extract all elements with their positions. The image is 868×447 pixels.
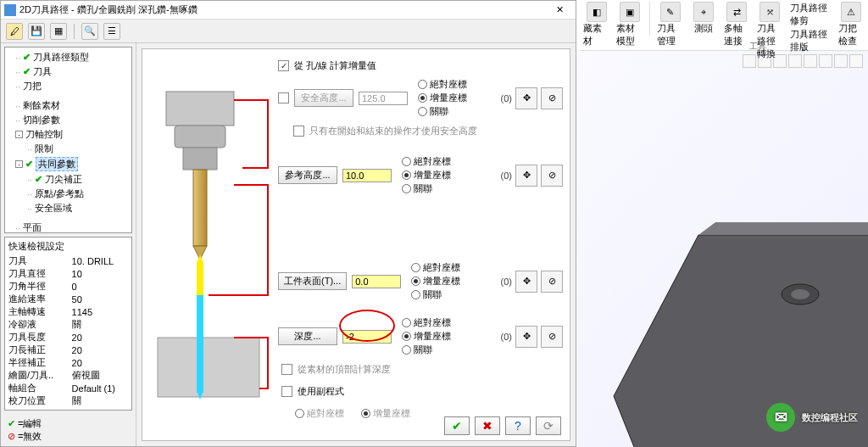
legend: ✔ =編輯 ⊘ =無效	[1, 414, 136, 446]
pick-depth-1[interactable]: ✥	[515, 326, 537, 348]
r-surf-abs[interactable]: 絕對座標	[411, 261, 460, 274]
chk-use-sub[interactable]	[281, 386, 292, 397]
pick-surf-2[interactable]: ⊘	[541, 271, 563, 293]
r-surf-inc[interactable]: 增量座標	[411, 275, 460, 288]
chk-depth-from-top[interactable]	[281, 364, 292, 375]
vt-6[interactable]	[819, 54, 832, 68]
svg-rect-10	[158, 338, 259, 397]
nav-tree[interactable]: ··✔刀具路徑類型··✔刀具··刀把··剩餘素材··切削參數-刀軸控制··限制-…	[4, 47, 132, 233]
r-surf-assoc[interactable]: 關聯	[411, 288, 460, 301]
r-ref-abs[interactable]: 絕對座標	[402, 155, 451, 168]
tree-item[interactable]: ··✔刀尖補正	[15, 172, 130, 187]
tb-opts-icon[interactable]: ☰	[103, 23, 120, 40]
tree-item[interactable]: ··剩餘素材	[15, 98, 130, 113]
btn-depth[interactable]: 深度...	[278, 327, 337, 345]
ribbon-multiaxis[interactable]: ⇄多軸連接	[724, 2, 750, 47]
pick-safe-2[interactable]: ⊘	[541, 87, 563, 109]
tree-item[interactable]: ··刀把	[15, 79, 130, 93]
vt-5[interactable]	[804, 54, 817, 68]
pick-safe-1[interactable]: ✥	[515, 87, 537, 109]
qv-label: 刀具直徑	[8, 267, 65, 280]
vt-8[interactable]	[849, 54, 863, 68]
r-ref-inc[interactable]: 增量座標	[402, 169, 451, 182]
qv-value: 俯視圖	[65, 369, 128, 382]
r-safe-assoc[interactable]: 關聯	[418, 105, 467, 118]
vt-4[interactable]	[788, 54, 802, 68]
tb-tool-icon[interactable]: 🖊	[6, 23, 23, 40]
chk-safe-height[interactable]	[278, 92, 289, 103]
r-depth-assoc[interactable]: 關聯	[402, 344, 451, 356]
regen-button[interactable]: ⟳	[536, 416, 561, 435]
r-safe-abs[interactable]: 絕對座標	[418, 78, 467, 91]
val-top-stock[interactable]: 0.0	[352, 275, 401, 288]
qv-value: 0	[65, 280, 128, 293]
val-safe-height[interactable]: 125.0	[359, 92, 408, 105]
r-safe-inc[interactable]: 增量座標	[418, 92, 467, 104]
val-ref-height[interactable]: 10.0	[342, 169, 392, 182]
svg-marker-1	[698, 222, 868, 235]
qv-value: 10	[65, 267, 128, 280]
qv-label: 主軸轉速	[8, 305, 65, 318]
pick-ref-2[interactable]: ⊘	[541, 165, 563, 187]
tree-item[interactable]: ··原點/參考點	[15, 187, 130, 201]
qv-label: 軸組合	[8, 382, 65, 394]
pick-surf-1[interactable]: ✥	[515, 271, 537, 293]
ribbon-tool-mgr[interactable]: ✎刀具管理	[657, 2, 683, 47]
btn-top-stock[interactable]: 工件表面(T)...	[278, 272, 347, 290]
tree-item[interactable]: ··限制	[15, 142, 130, 156]
qv-value: 20	[65, 344, 128, 356]
toolpath-dialog: 2D刀具路徑 - 鑽孔/全圓銑削 深孔鑽-無啄鑽 ✕ 🖊 💾 ▦ 🔍 ☰ ··✔…	[0, 0, 576, 447]
vt-1[interactable]	[743, 54, 756, 68]
viewport-3d[interactable]	[546, 51, 868, 447]
tree-item[interactable]: -✔共同參數	[15, 156, 130, 172]
qv-label: 校刀位置	[8, 394, 65, 407]
watermark: ✉ 数控编程社区	[766, 403, 858, 432]
qv-label: 刀具長度	[8, 331, 65, 344]
dialog-toolbar: 🖊 💾 ▦ 🔍 ☰	[1, 20, 576, 43]
chk-calc-from-hole[interactable]	[278, 60, 289, 71]
params-panel: 從 孔/線 計算增量值 安全高度... 125.0 絕對座標 增量座標 關聯 (	[142, 48, 570, 441]
btn-safe-height[interactable]: 安全高度...	[294, 89, 353, 107]
vt-7[interactable]	[834, 54, 848, 68]
val-depth[interactable]: -2	[342, 330, 392, 344]
ok-button[interactable]: ✔	[444, 416, 470, 435]
qv-label: 進給速率	[8, 293, 65, 305]
qv-value: 關	[65, 394, 128, 407]
qv-value: 關	[65, 318, 128, 331]
svg-rect-6	[175, 126, 225, 148]
qv-label: 繪圖/刀具..	[8, 369, 65, 382]
tree-item[interactable]: ··✔刀具路徑類型	[15, 50, 130, 64]
ribbon-stock-model[interactable]: ▣素材模型	[616, 2, 643, 47]
tree-item[interactable]: -刀軸控制	[15, 127, 130, 142]
pick-ref-1[interactable]: ✥	[515, 165, 537, 187]
ribbon-holder-check[interactable]: ⚠刀把檢查	[838, 2, 865, 47]
qv-value: 50	[65, 293, 128, 305]
cancel-button[interactable]: ✖	[475, 416, 500, 435]
svg-rect-8	[193, 170, 207, 246]
r-ref-assoc[interactable]: 關聯	[402, 182, 451, 195]
tb-preview-icon[interactable]: ▦	[50, 23, 67, 40]
close-button[interactable]: ✕	[547, 3, 572, 18]
ribbon-nest[interactable]: 刀具路徑排版	[790, 28, 832, 53]
titlebar: 2D刀具路徑 - 鑽孔/全圓銑削 深孔鑽-無啄鑽 ✕	[1, 1, 576, 20]
wechat-icon: ✉	[766, 403, 795, 432]
ribbon-probe[interactable]: ⌖測頭	[690, 2, 716, 35]
r-sub-abs: 絕對座標	[295, 407, 344, 420]
qv-value: 10. DRILL	[65, 254, 128, 267]
ribbon-hide-stock[interactable]: ◧藏素材	[583, 2, 609, 47]
chk-safe-only-startend[interactable]	[293, 126, 304, 137]
svg-point-4	[791, 289, 810, 299]
tree-item[interactable]: ··平面	[15, 221, 130, 233]
help-button[interactable]: ?	[505, 416, 531, 435]
r-sub-inc: 增量座標	[361, 407, 410, 420]
tree-item[interactable]: ··✔刀具	[15, 64, 130, 79]
pick-depth-2[interactable]: ⊘	[541, 326, 563, 348]
tree-item[interactable]: ··安全區域	[15, 201, 130, 215]
tb-save-icon[interactable]: 💾	[28, 23, 45, 40]
tb-find-icon[interactable]: 🔍	[81, 23, 98, 40]
ribbon-trim[interactable]: 刀具路徑修剪	[790, 2, 832, 27]
r-depth-inc[interactable]: 增量座標	[402, 330, 451, 343]
tree-item[interactable]: ··切削參數	[15, 113, 130, 127]
r-depth-abs[interactable]: 絕對座標	[402, 316, 451, 329]
btn-ref-height[interactable]: 參考高度...	[278, 166, 337, 184]
